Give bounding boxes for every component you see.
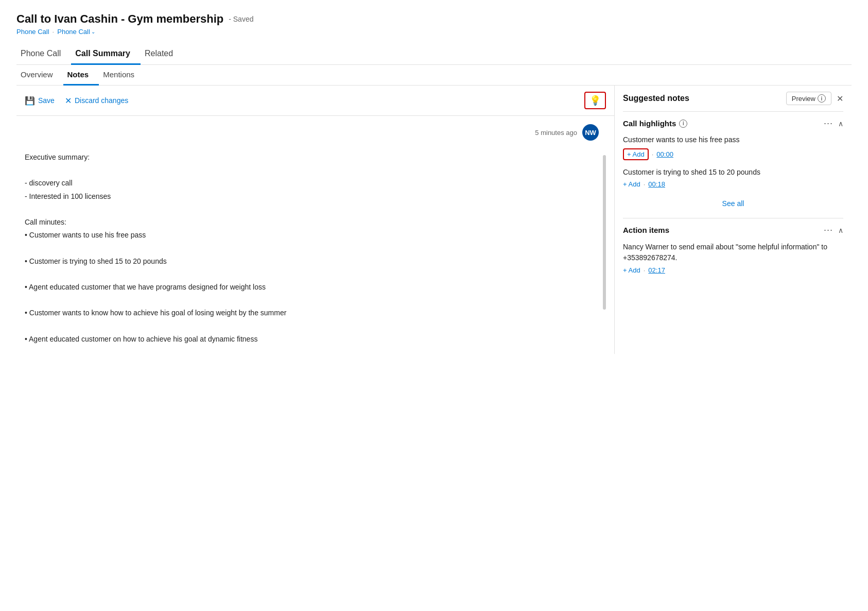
breadcrumb-first[interactable]: Phone Call <box>16 28 49 36</box>
timestamp-text: 5 minutes ago <box>535 129 577 137</box>
timestamp-link-2[interactable]: 00:18 <box>648 180 665 188</box>
action-items-section: Action items ··· ∧ Nancy Warner to send … <box>623 225 843 274</box>
main-content: 💾 Save ✕ Discard changes 💡 5 minute <box>16 86 852 354</box>
add-label-2: Add <box>629 180 640 188</box>
preview-label: Preview <box>792 95 815 103</box>
action-ellipsis-icon[interactable]: ··· <box>824 225 833 235</box>
action-add-button[interactable]: + Add <box>623 266 640 274</box>
action-timestamp-link[interactable]: 02:17 <box>648 266 665 274</box>
tab-related[interactable]: Related <box>141 44 183 65</box>
left-pane: 💾 Save ✕ Discard changes 💡 5 minute <box>16 86 615 354</box>
title-text: Call to Ivan Cashin - Gym membership <box>16 12 223 26</box>
right-pane-actions: Preview i ✕ <box>786 92 843 105</box>
avatar: NW <box>582 124 599 141</box>
plus-icon-2: + <box>623 180 627 188</box>
action-items-title: Action items <box>623 226 669 234</box>
subtab-mentions[interactable]: Mentions <box>99 65 145 86</box>
plus-icon-1: + <box>627 150 631 158</box>
action-collapse-icon[interactable]: ∧ <box>838 226 843 234</box>
action-item-1: Nancy Warner to send email about "some h… <box>623 242 843 274</box>
save-icon: 💾 <box>25 96 35 106</box>
notes-toolbar: 💾 Save ✕ Discard changes 💡 <box>16 86 614 116</box>
top-tabs: Phone Call Call Summary Related <box>16 44 852 65</box>
dot-separator-2: · <box>644 180 646 188</box>
add-button-1[interactable]: + Add <box>623 148 649 160</box>
info-icon: i <box>818 94 826 103</box>
close-panel-icon[interactable]: ✕ <box>837 94 843 104</box>
call-highlights-header: Call highlights i ··· ∧ <box>623 118 843 129</box>
chevron-down-icon: ⌄ <box>91 29 95 35</box>
page-header: Call to Ivan Cashin - Gym membership - S… <box>16 12 852 36</box>
add-button-2[interactable]: + Add <box>623 180 640 188</box>
action-items-header: Action items ··· ∧ <box>623 225 843 235</box>
dot-separator-1: · <box>652 150 654 158</box>
notes-text[interactable]: Executive summary: - discovery call - In… <box>25 151 599 346</box>
action-add-label: Add <box>629 266 640 274</box>
subtab-overview[interactable]: Overview <box>16 65 63 86</box>
lightbulb-icon: 💡 <box>589 95 601 106</box>
toolbar-right: 💡 <box>584 92 606 109</box>
notes-area: 5 minutes ago NW Executive summary: - di… <box>16 116 614 354</box>
call-highlights-info-icon[interactable]: i <box>679 120 687 128</box>
avatar-initials: NW <box>585 129 596 137</box>
scroll-bar[interactable] <box>603 155 606 310</box>
lightbulb-button[interactable]: 💡 <box>584 92 606 109</box>
highlight-text-1: Customer wants to use his free pass <box>623 135 843 145</box>
suggested-notes-title: Suggested notes <box>623 94 689 103</box>
saved-badge: - Saved <box>229 15 253 23</box>
breadcrumb: Phone Call · Phone Call ⌄ <box>16 28 852 36</box>
save-button[interactable]: 💾 Save <box>25 96 55 106</box>
page-title: Call to Ivan Cashin - Gym membership - S… <box>16 12 852 26</box>
call-highlights-section: Call highlights i ··· ∧ Customer wants t… <box>623 118 843 218</box>
section-controls: ··· ∧ <box>824 118 843 129</box>
suggested-notes-header: Suggested notes Preview i ✕ <box>623 86 843 112</box>
action-actions-1: + Add · 02:17 <box>623 266 843 274</box>
highlight-text-2: Customer is trying to shed 15 to 20 poun… <box>623 167 843 178</box>
subtab-notes[interactable]: Notes <box>63 65 99 86</box>
preview-button[interactable]: Preview i <box>786 92 831 105</box>
action-plus-icon: + <box>623 266 627 274</box>
breadcrumb-separator: · <box>53 28 55 36</box>
highlight-actions-2: + Add · 00:18 <box>623 180 843 188</box>
right-pane: Suggested notes Preview i ✕ Call highlig… <box>615 86 852 354</box>
timestamp-link-1[interactable]: 00:00 <box>656 150 673 158</box>
highlight-actions-1: + Add · 00:00 <box>623 148 843 160</box>
action-section-controls: ··· ∧ <box>824 225 843 235</box>
ellipsis-icon[interactable]: ··· <box>824 118 833 129</box>
page-container: Call to Ivan Cashin - Gym membership - S… <box>0 0 868 611</box>
notes-content: 5 minutes ago NW Executive summary: - di… <box>25 124 599 346</box>
breadcrumb-dropdown[interactable]: Phone Call ⌄ <box>57 28 95 36</box>
highlight-item-2: Customer is trying to shed 15 to 20 poun… <box>623 167 843 189</box>
action-dot-sep: · <box>644 266 646 274</box>
discard-button[interactable]: ✕ Discard changes <box>65 96 128 106</box>
collapse-icon[interactable]: ∧ <box>838 120 843 128</box>
highlight-item-1: Customer wants to use his free pass + Ad… <box>623 135 843 160</box>
tab-call-summary[interactable]: Call Summary <box>71 44 141 65</box>
close-icon: ✕ <box>65 96 72 106</box>
action-text-1: Nancy Warner to send email about "some h… <box>623 242 843 263</box>
call-highlights-title: Call highlights i <box>623 119 687 128</box>
see-all-link[interactable]: See all <box>623 195 843 212</box>
add-label-1: Add <box>633 150 645 158</box>
sub-tabs: Overview Notes Mentions <box>16 65 852 86</box>
breadcrumb-second: Phone Call <box>57 28 90 36</box>
timestamp-row: 5 minutes ago NW <box>25 124 599 141</box>
discard-label: Discard changes <box>75 96 128 105</box>
tab-phone-call[interactable]: Phone Call <box>16 44 71 65</box>
save-label: Save <box>38 96 55 105</box>
